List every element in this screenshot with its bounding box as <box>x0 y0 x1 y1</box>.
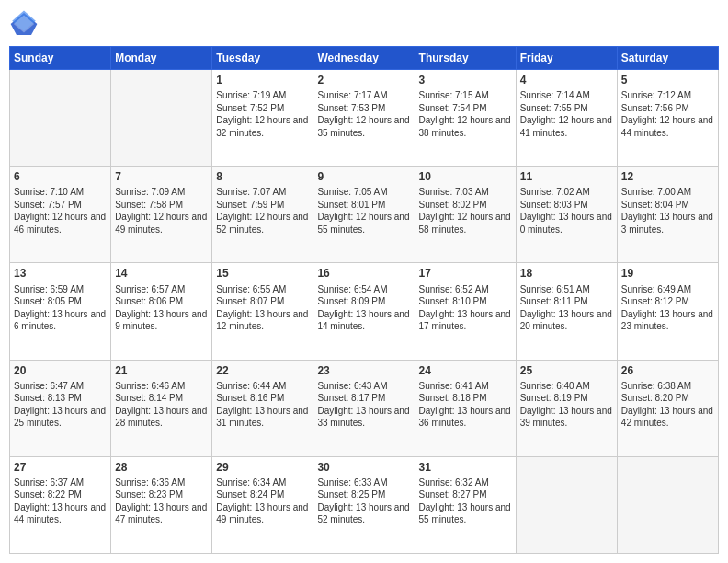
calendar-cell: 16Sunrise: 6:54 AM Sunset: 8:09 PM Dayli… <box>313 263 415 360</box>
calendar-week-row: 13Sunrise: 6:59 AM Sunset: 8:05 PM Dayli… <box>10 263 719 360</box>
day-info: Sunrise: 6:54 AM Sunset: 8:09 PM Dayligh… <box>317 284 409 332</box>
day-number: 2 <box>317 73 410 87</box>
calendar-cell <box>617 456 718 553</box>
calendar-cell <box>10 70 111 167</box>
calendar-cell: 17Sunrise: 6:52 AM Sunset: 8:10 PM Dayli… <box>415 263 516 360</box>
day-info: Sunrise: 6:33 AM Sunset: 8:25 PM Dayligh… <box>317 477 409 525</box>
calendar-cell: 4Sunrise: 7:14 AM Sunset: 7:55 PM Daylig… <box>516 70 617 167</box>
weekday-header: Saturday <box>617 47 718 70</box>
day-number: 30 <box>317 460 410 475</box>
calendar-cell: 6Sunrise: 7:10 AM Sunset: 7:57 PM Daylig… <box>10 167 111 263</box>
day-info: Sunrise: 6:41 AM Sunset: 8:18 PM Dayligh… <box>419 381 511 429</box>
header <box>9 9 719 39</box>
day-info: Sunrise: 6:51 AM Sunset: 8:11 PM Dayligh… <box>520 284 612 332</box>
weekday-header: Friday <box>516 47 617 70</box>
day-number: 20 <box>14 363 107 378</box>
day-info: Sunrise: 6:32 AM Sunset: 8:27 PM Dayligh… <box>419 477 511 525</box>
calendar-cell: 20Sunrise: 6:47 AM Sunset: 8:13 PM Dayli… <box>10 360 111 456</box>
calendar-cell: 11Sunrise: 7:02 AM Sunset: 8:03 PM Dayli… <box>516 167 617 263</box>
calendar-cell: 8Sunrise: 7:07 AM Sunset: 7:59 PM Daylig… <box>212 167 313 263</box>
calendar-cell: 12Sunrise: 7:00 AM Sunset: 8:04 PM Dayli… <box>617 167 718 263</box>
calendar-cell: 14Sunrise: 6:57 AM Sunset: 8:06 PM Dayli… <box>111 263 212 360</box>
day-number: 5 <box>621 73 714 87</box>
day-info: Sunrise: 7:00 AM Sunset: 8:04 PM Dayligh… <box>621 187 713 235</box>
day-info: Sunrise: 6:46 AM Sunset: 8:14 PM Dayligh… <box>115 381 207 429</box>
calendar-week-row: 27Sunrise: 6:37 AM Sunset: 8:22 PM Dayli… <box>10 456 719 553</box>
day-number: 25 <box>520 363 613 378</box>
calendar-cell <box>516 456 617 553</box>
day-info: Sunrise: 6:38 AM Sunset: 8:20 PM Dayligh… <box>621 381 713 429</box>
day-info: Sunrise: 6:49 AM Sunset: 8:12 PM Dayligh… <box>621 284 713 332</box>
day-number: 1 <box>216 73 309 87</box>
logo-icon <box>9 9 39 39</box>
calendar-cell: 22Sunrise: 6:44 AM Sunset: 8:16 PM Dayli… <box>212 360 313 456</box>
day-number: 16 <box>317 266 410 281</box>
calendar-cell: 29Sunrise: 6:34 AM Sunset: 8:24 PM Dayli… <box>212 456 313 553</box>
day-info: Sunrise: 6:47 AM Sunset: 8:13 PM Dayligh… <box>14 381 106 429</box>
day-number: 28 <box>115 460 208 475</box>
day-info: Sunrise: 6:57 AM Sunset: 8:06 PM Dayligh… <box>115 284 207 332</box>
day-info: Sunrise: 6:55 AM Sunset: 8:07 PM Dayligh… <box>216 284 308 332</box>
day-number: 24 <box>419 363 512 378</box>
weekday-header: Sunday <box>10 47 111 70</box>
day-number: 31 <box>419 460 512 475</box>
day-number: 12 <box>621 169 714 184</box>
day-info: Sunrise: 7:19 AM Sunset: 7:52 PM Dayligh… <box>216 90 308 138</box>
day-info: Sunrise: 7:14 AM Sunset: 7:55 PM Dayligh… <box>520 90 612 138</box>
day-number: 7 <box>115 169 208 184</box>
day-info: Sunrise: 6:37 AM Sunset: 8:22 PM Dayligh… <box>14 477 106 525</box>
calendar-cell: 13Sunrise: 6:59 AM Sunset: 8:05 PM Dayli… <box>10 263 111 360</box>
day-info: Sunrise: 6:43 AM Sunset: 8:17 PM Dayligh… <box>317 381 409 429</box>
day-number: 21 <box>115 363 208 378</box>
calendar-week-row: 20Sunrise: 6:47 AM Sunset: 8:13 PM Dayli… <box>10 360 719 456</box>
day-number: 18 <box>520 266 613 281</box>
calendar-cell: 10Sunrise: 7:03 AM Sunset: 8:02 PM Dayli… <box>415 167 516 263</box>
day-number: 26 <box>621 363 714 378</box>
day-info: Sunrise: 7:02 AM Sunset: 8:03 PM Dayligh… <box>520 187 612 235</box>
day-number: 27 <box>14 460 107 475</box>
day-info: Sunrise: 7:07 AM Sunset: 7:59 PM Dayligh… <box>216 187 308 235</box>
day-number: 6 <box>14 169 107 184</box>
calendar-cell: 19Sunrise: 6:49 AM Sunset: 8:12 PM Dayli… <box>617 263 718 360</box>
logo <box>9 9 42 39</box>
day-number: 3 <box>419 73 512 87</box>
day-number: 14 <box>115 266 208 281</box>
weekday-header: Tuesday <box>212 47 313 70</box>
day-info: Sunrise: 6:36 AM Sunset: 8:23 PM Dayligh… <box>115 477 207 525</box>
calendar-cell: 2Sunrise: 7:17 AM Sunset: 7:53 PM Daylig… <box>313 70 415 167</box>
day-info: Sunrise: 6:44 AM Sunset: 8:16 PM Dayligh… <box>216 381 308 429</box>
day-info: Sunrise: 7:10 AM Sunset: 7:57 PM Dayligh… <box>14 187 106 235</box>
calendar-cell: 21Sunrise: 6:46 AM Sunset: 8:14 PM Dayli… <box>111 360 212 456</box>
calendar-cell: 7Sunrise: 7:09 AM Sunset: 7:58 PM Daylig… <box>111 167 212 263</box>
calendar-cell: 9Sunrise: 7:05 AM Sunset: 8:01 PM Daylig… <box>313 167 415 263</box>
calendar-cell: 31Sunrise: 6:32 AM Sunset: 8:27 PM Dayli… <box>415 456 516 553</box>
day-info: Sunrise: 7:03 AM Sunset: 8:02 PM Dayligh… <box>419 187 511 235</box>
weekday-header: Monday <box>111 47 212 70</box>
calendar-cell: 24Sunrise: 6:41 AM Sunset: 8:18 PM Dayli… <box>415 360 516 456</box>
day-number: 22 <box>216 363 309 378</box>
calendar-cell <box>111 70 212 167</box>
day-info: Sunrise: 7:17 AM Sunset: 7:53 PM Dayligh… <box>317 90 409 138</box>
calendar-cell: 28Sunrise: 6:36 AM Sunset: 8:23 PM Dayli… <box>111 456 212 553</box>
calendar-cell: 3Sunrise: 7:15 AM Sunset: 7:54 PM Daylig… <box>415 70 516 167</box>
calendar-week-row: 6Sunrise: 7:10 AM Sunset: 7:57 PM Daylig… <box>10 167 719 263</box>
day-info: Sunrise: 7:12 AM Sunset: 7:56 PM Dayligh… <box>621 90 713 138</box>
day-info: Sunrise: 7:09 AM Sunset: 7:58 PM Dayligh… <box>115 187 207 235</box>
calendar-cell: 18Sunrise: 6:51 AM Sunset: 8:11 PM Dayli… <box>516 263 617 360</box>
page: SundayMondayTuesdayWednesdayThursdayFrid… <box>0 0 728 563</box>
calendar-cell: 5Sunrise: 7:12 AM Sunset: 7:56 PM Daylig… <box>617 70 718 167</box>
day-number: 8 <box>216 169 309 184</box>
day-number: 23 <box>317 363 410 378</box>
calendar-cell: 15Sunrise: 6:55 AM Sunset: 8:07 PM Dayli… <box>212 263 313 360</box>
day-number: 10 <box>419 169 512 184</box>
day-number: 11 <box>520 169 613 184</box>
day-number: 17 <box>419 266 512 281</box>
day-number: 13 <box>14 266 107 281</box>
calendar-table: SundayMondayTuesdayWednesdayThursdayFrid… <box>9 46 719 554</box>
calendar-cell: 27Sunrise: 6:37 AM Sunset: 8:22 PM Dayli… <box>10 456 111 553</box>
day-number: 4 <box>520 73 613 87</box>
day-info: Sunrise: 6:59 AM Sunset: 8:05 PM Dayligh… <box>14 284 106 332</box>
day-number: 29 <box>216 460 309 475</box>
calendar-week-row: 1Sunrise: 7:19 AM Sunset: 7:52 PM Daylig… <box>10 70 719 167</box>
day-number: 9 <box>317 169 410 184</box>
